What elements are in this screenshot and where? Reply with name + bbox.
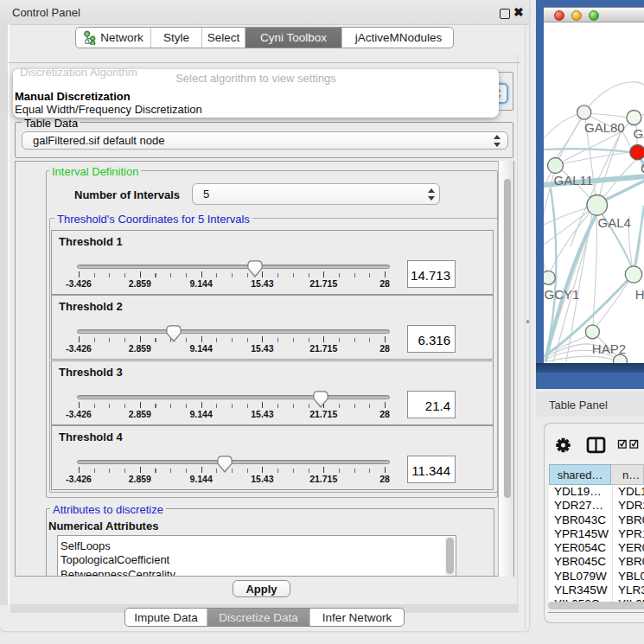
svg-text:HA: HA (635, 287, 644, 302)
svg-text:GCY1: GCY1 (545, 287, 580, 302)
svg-text:HAP2: HAP2 (592, 341, 626, 356)
svg-text:GAL4: GAL4 (598, 215, 631, 230)
svg-text:GA: GA (634, 126, 644, 141)
svg-text:CA: CA (641, 161, 644, 175)
svg-text:GAL11: GAL11 (554, 173, 594, 188)
svg-text:GAL80: GAL80 (584, 120, 625, 135)
